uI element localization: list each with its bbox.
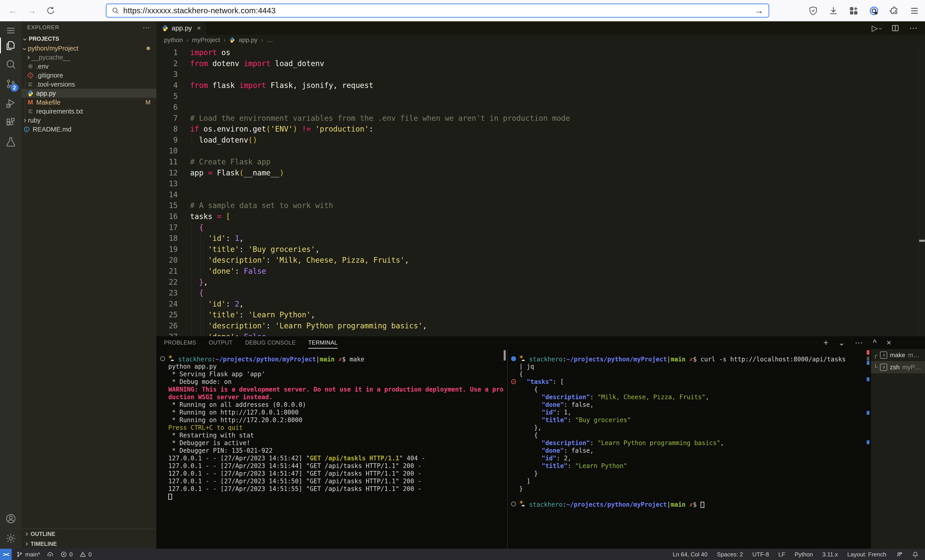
tree-item--gitignore[interactable]: .gitignore xyxy=(21,71,156,80)
tree-item-label: app.py xyxy=(36,90,56,97)
panel-tab-debug-console[interactable]: DEBUG CONSOLE xyxy=(245,339,296,346)
grid-add-icon[interactable] xyxy=(848,5,859,17)
status-item-lf[interactable]: LF xyxy=(778,551,785,558)
explorer-more-icon[interactable]: ⋯ xyxy=(143,23,151,32)
terminal-dropdown-icon[interactable]: ⌄ xyxy=(838,338,845,348)
tree-item--env[interactable]: .env xyxy=(21,62,156,71)
run-debug-icon[interactable] xyxy=(0,94,21,113)
tree-item-readme-md[interactable]: README.md xyxy=(21,125,156,134)
terminal-list-item-zsh[interactable]: └zshmyP… xyxy=(871,361,925,373)
status-item-0[interactable]: 0 xyxy=(80,551,92,558)
section-outline[interactable]: OUTLINE xyxy=(21,529,156,539)
line-number: 13 xyxy=(156,178,178,189)
close-icon[interactable]: × xyxy=(197,24,201,32)
terminal-line xyxy=(160,492,506,500)
status-item-layout-french[interactable]: Layout: French xyxy=(847,551,886,558)
back-icon[interactable]: ← xyxy=(6,4,20,17)
account-icon[interactable] xyxy=(0,509,21,528)
terminal-icon xyxy=(880,352,887,359)
section-timeline[interactable]: TIMELINE xyxy=(21,539,156,549)
tree-item-makefile[interactable]: MMakefileM xyxy=(21,98,156,107)
explorer-title: EXPLORER xyxy=(27,24,59,30)
password-manager-icon[interactable] xyxy=(868,5,880,17)
code-line: 15# A sample data set to work with xyxy=(156,200,925,211)
run-icon[interactable]: ▷ xyxy=(872,23,881,33)
terminal-line: }, xyxy=(511,424,866,431)
terminal-split-divider[interactable] xyxy=(507,349,508,549)
reload-icon[interactable] xyxy=(44,4,57,17)
tree-item-python-myproject[interactable]: python/myProject xyxy=(21,44,156,53)
menu-icon[interactable] xyxy=(909,5,920,17)
terminal-line: { xyxy=(511,385,866,393)
tree-item-ruby[interactable]: ruby xyxy=(21,116,156,125)
status-item-ln-64-col-40[interactable]: Ln 64, Col 40 xyxy=(673,551,708,558)
go-arrow-icon[interactable]: → xyxy=(755,6,764,16)
tree-item--pycache-[interactable]: __pycache__ xyxy=(21,53,156,62)
search-icon[interactable] xyxy=(0,55,21,74)
terminal-line: "description": "Milk, Cheese, Pizza, Fru… xyxy=(511,393,866,401)
status-item-0[interactable]: 0 xyxy=(60,551,72,558)
terminal-zsh[interactable]: ☀☁stackhero:~/projects/python/myProject|… xyxy=(511,349,866,549)
terminal-line: * Debugger is active! xyxy=(160,439,506,447)
split-editor-icon[interactable] xyxy=(891,24,899,32)
download-icon[interactable] xyxy=(828,5,839,17)
code-editor[interactable]: 1import os2from dotenv import load_doten… xyxy=(156,45,925,336)
files-icon[interactable] xyxy=(0,36,21,55)
line-number: 23 xyxy=(156,288,178,298)
tree-item--tool-versions[interactable]: .tool-versions xyxy=(21,80,156,89)
status-item-spaces-2[interactable]: Spaces: 2 xyxy=(717,551,743,558)
panel-tab-output[interactable]: OUTPUT xyxy=(209,339,233,346)
terminal-line: } xyxy=(511,470,866,477)
breadcrumb-item[interactable]: python xyxy=(164,36,183,44)
new-terminal-icon[interactable]: + xyxy=(824,338,828,348)
code-text: app = Flask(__name__) xyxy=(190,167,284,178)
terminal-detail: myP… xyxy=(902,364,921,371)
code-text: 'description': 'Milk, Cheese, Pizza, Fru… xyxy=(190,254,409,266)
status-item-3-11-x[interactable]: 3.11.x xyxy=(823,551,838,558)
section-projects[interactable]: PROJECTS xyxy=(21,33,156,44)
extensions-icon[interactable] xyxy=(0,113,21,132)
url-bar[interactable]: https://xxxxxx.stackhero-network.com:444… xyxy=(106,3,769,18)
status-left: main*00 xyxy=(12,551,92,558)
panel-tab-problems[interactable]: PROBLEMS xyxy=(164,339,196,346)
feedback-icon[interactable] xyxy=(896,551,902,558)
line-number: 1 xyxy=(156,47,178,58)
more-icon[interactable]: ⋯ xyxy=(855,338,863,348)
terminal-line: Press CTRL+C to quit xyxy=(160,424,506,431)
forward-icon[interactable]: → xyxy=(25,4,38,17)
code-line: 2from dotenv import load_dotenv xyxy=(156,58,925,69)
terminal-make[interactable]: ☀☁stackhero:~/projects/python/myProject|… xyxy=(160,349,506,549)
tab-app-py[interactable]: app.py × xyxy=(156,21,206,35)
bell-icon[interactable] xyxy=(912,551,919,558)
tree-connector: └ xyxy=(874,364,877,370)
breadcrumb-item[interactable]: app.py xyxy=(239,36,258,44)
code-line: 9 load_dotenv() xyxy=(156,134,925,146)
tree-item-requirements-txt[interactable]: requirements.txt xyxy=(21,107,156,116)
remote-indicator[interactable]: >< xyxy=(0,549,12,560)
breadcrumb-item[interactable]: … xyxy=(267,36,273,44)
terminal-icon xyxy=(880,364,887,371)
terminal-line: * Restarting with stat xyxy=(160,431,506,439)
tree-item-app-py[interactable]: app.py xyxy=(21,89,156,98)
status-item-main[interactable]: main* xyxy=(16,551,40,558)
code-text: 'title': 'Learn Python', xyxy=(190,309,315,320)
panel-tab-terminal[interactable]: TERMINAL xyxy=(308,339,337,346)
code-line: 11# Create Flask app xyxy=(156,156,925,167)
shield-icon[interactable] xyxy=(807,5,819,17)
puzzle-icon[interactable] xyxy=(889,5,900,17)
status-item[interactable] xyxy=(47,551,54,558)
source-control-icon[interactable]: 2 xyxy=(0,75,21,93)
breadcrumb[interactable]: python›myProject›app.py›… xyxy=(156,35,925,45)
breadcrumb-item[interactable]: myProject xyxy=(192,36,220,44)
more-icon[interactable]: ⋯ xyxy=(909,23,917,33)
maximize-panel-icon[interactable]: ^ xyxy=(873,338,877,348)
line-number: 12 xyxy=(156,167,178,178)
beaker-icon[interactable] xyxy=(0,133,21,151)
terminal-line: python app.py xyxy=(160,363,506,370)
close-panel-icon[interactable]: × xyxy=(887,338,891,348)
terminal-list-item-make[interactable]: ┌makem… xyxy=(871,349,925,361)
settings-gear-icon[interactable] xyxy=(0,529,21,548)
terminal-scrollbar-thumb[interactable] xyxy=(504,350,506,361)
status-item-python[interactable]: Python xyxy=(795,551,813,558)
status-item-utf-8[interactable]: UTF-8 xyxy=(752,551,769,558)
